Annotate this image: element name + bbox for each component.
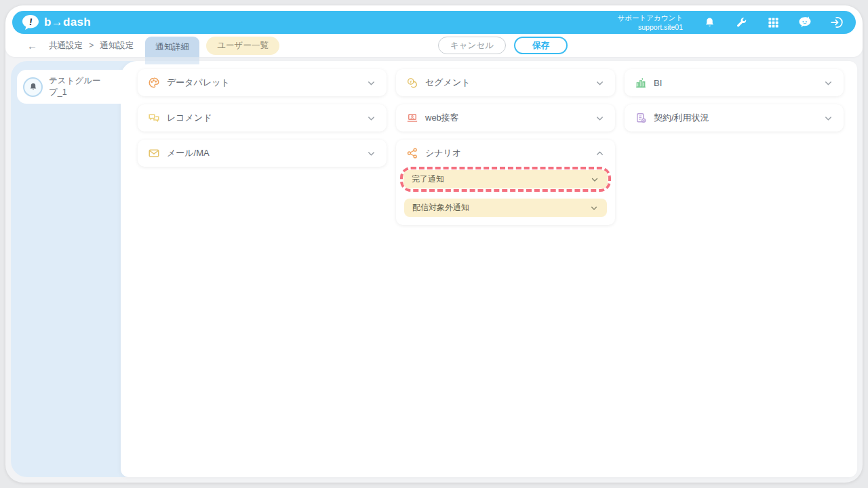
envelope-icon bbox=[148, 147, 160, 159]
bdash-logo[interactable]: ! b→dash bbox=[22, 14, 91, 30]
logout-icon[interactable] bbox=[830, 16, 844, 29]
page-body: テストグループ_1 データパレット bbox=[5, 57, 863, 483]
wrench-icon[interactable] bbox=[734, 16, 748, 29]
dropdown-completion-notice[interactable]: 完了通知 bbox=[403, 170, 608, 188]
back-icon[interactable]: ← bbox=[27, 41, 37, 51]
chevron-up-icon bbox=[595, 148, 605, 159]
breadcrumb-row: ← 共通設定 > 通知設定 通知詳細 ユーザー一覧 キャンセル 保存 bbox=[12, 34, 856, 57]
sidebar-item-test-group-1[interactable]: テストグループ_1 bbox=[17, 70, 126, 104]
group-bell-badge bbox=[23, 77, 43, 97]
accordion-segment: セグメント bbox=[396, 69, 615, 96]
tab-notification-detail[interactable]: 通知詳細 bbox=[145, 37, 199, 57]
accordion-recommend: レコメンド bbox=[138, 104, 387, 131]
coins-icon bbox=[406, 77, 418, 89]
top-navigation-bar: ! b→dash サポートアカウント support.site01 bbox=[12, 11, 856, 34]
accordion-header-scenario[interactable]: シナリオ bbox=[396, 140, 615, 167]
chevron-down-icon bbox=[823, 113, 833, 123]
accordion-label: メール/MA bbox=[167, 147, 359, 159]
highlight-dashed-annotation: 完了通知 bbox=[400, 167, 611, 192]
chevron-down-icon bbox=[366, 78, 376, 88]
breadcrumb-item-common-settings[interactable]: 共通設定 bbox=[49, 40, 83, 52]
account-name: サポートアカウント bbox=[618, 13, 683, 22]
account-id: support.site01 bbox=[618, 22, 683, 32]
breadcrumb-separator: > bbox=[89, 41, 94, 50]
contract-doc-icon bbox=[635, 112, 647, 124]
share-nodes-icon bbox=[406, 147, 418, 159]
mascot-chat-icon[interactable] bbox=[798, 16, 812, 29]
dropdown-label: 配信対象外通知 bbox=[412, 202, 589, 214]
accordion-header-contract-usage[interactable]: 契約/利用状況 bbox=[625, 104, 844, 131]
accordion-header-web-sekkyaku[interactable]: web接客 bbox=[396, 104, 615, 131]
chevron-down-icon bbox=[595, 113, 605, 123]
breadcrumb: 共通設定 > 通知設定 bbox=[49, 40, 134, 52]
chevron-down-icon bbox=[590, 175, 599, 184]
accordion-header-data-palette[interactable]: データパレット bbox=[138, 69, 387, 96]
dropdown-excluded-from-delivery-notice[interactable]: 配信対象外通知 bbox=[404, 199, 607, 217]
sidebar-item-label: テストグループ_1 bbox=[49, 75, 107, 99]
accordion-mail-ma: メール/MA bbox=[138, 140, 387, 167]
logo-bubble-icon: ! bbox=[22, 14, 39, 30]
dropdown-label: 完了通知 bbox=[412, 174, 590, 185]
palette-icon bbox=[148, 77, 160, 89]
accordion-data-palette: データパレット bbox=[138, 69, 387, 96]
chevron-down-icon bbox=[366, 113, 376, 123]
laptop-icon bbox=[406, 112, 418, 124]
accordion-label: セグメント bbox=[425, 77, 588, 89]
chat-bubbles-icon bbox=[148, 112, 160, 124]
action-buttons: キャンセル 保存 bbox=[438, 37, 568, 54]
tab-user-list[interactable]: ユーザー一覧 bbox=[206, 37, 279, 55]
accordion-bi: BI bbox=[625, 69, 844, 96]
breadcrumb-item-notification-settings[interactable]: 通知設定 bbox=[100, 40, 134, 52]
tab-bar: 通知詳細 ユーザー一覧 bbox=[145, 34, 279, 57]
accordion-label: BI bbox=[654, 78, 816, 88]
accordion-label: 契約/利用状況 bbox=[654, 112, 816, 124]
accordion-label: シナリオ bbox=[425, 147, 588, 159]
accordion-header-segment[interactable]: セグメント bbox=[396, 69, 615, 96]
cancel-button[interactable]: キャンセル bbox=[438, 37, 506, 54]
account-info[interactable]: サポートアカウント support.site01 bbox=[618, 13, 683, 32]
logo-text: b→dash bbox=[44, 16, 91, 29]
accordion-header-recommend[interactable]: レコメンド bbox=[138, 104, 387, 131]
accordion-label: データパレット bbox=[167, 77, 359, 89]
accordion-label: web接客 bbox=[425, 112, 588, 124]
accordion-header-bi[interactable]: BI bbox=[625, 69, 844, 96]
app-window: ! b→dash サポートアカウント support.site01 bbox=[5, 5, 863, 483]
notification-categories: データパレット レコメンド bbox=[121, 61, 857, 225]
bar-chart-icon bbox=[635, 77, 647, 89]
accordion-web-sekkyaku: web接客 bbox=[396, 104, 615, 131]
header-section: ! b→dash サポートアカウント support.site01 bbox=[5, 5, 863, 57]
chevron-down-icon bbox=[823, 78, 833, 88]
accordion-label: レコメンド bbox=[167, 112, 359, 124]
accordion-scenario: シナリオ 完了通知 配信対象外通知 bbox=[396, 140, 615, 225]
chevron-down-icon bbox=[589, 203, 599, 213]
accordion-header-mail-ma[interactable]: メール/MA bbox=[138, 140, 387, 167]
chevron-down-icon bbox=[595, 78, 605, 88]
accordion-contract-usage: 契約/利用状況 bbox=[625, 104, 844, 131]
chevron-down-icon bbox=[366, 148, 376, 159]
apps-grid-icon[interactable] bbox=[766, 16, 780, 29]
bell-icon[interactable] bbox=[703, 16, 716, 29]
save-button[interactable]: 保存 bbox=[514, 37, 568, 54]
bell-icon bbox=[28, 82, 38, 92]
